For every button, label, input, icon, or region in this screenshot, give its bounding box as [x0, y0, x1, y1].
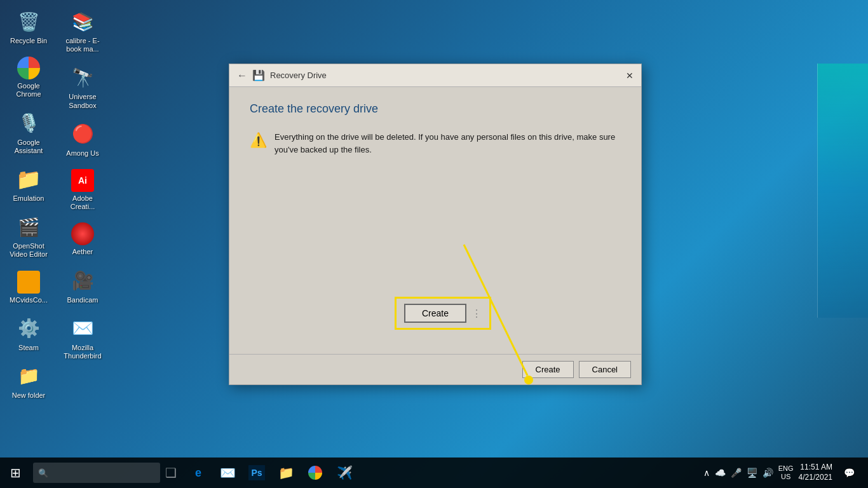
warning-icon: ⚠️: [250, 132, 267, 149]
desktop-icon-bandicam[interactable]: 🎥 Bandicam: [60, 266, 105, 307]
edge-icon: e: [195, 466, 201, 480]
notification-button[interactable]: 💬: [837, 458, 860, 488]
thunderbird-icon: ✉️: [70, 316, 95, 341]
desktop-icon-thunderbird[interactable]: ✉️ Mozilla Thunderbird: [60, 313, 105, 363]
lang-label: ENG: [778, 464, 794, 473]
desktop-icon-among-us[interactable]: 🔴 Among Us: [60, 119, 105, 160]
cancel-button[interactable]: Cancel: [579, 361, 631, 378]
desktop-icon-openshot[interactable]: 🎬 OpenShot Video Editor: [6, 212, 51, 261]
task-view-icon: ❑: [165, 465, 177, 480]
region-label: US: [778, 473, 794, 481]
new-folder-label: New folder: [12, 391, 46, 400]
desktop-right-decoration: [817, 64, 868, 318]
create-center-button[interactable]: Create: [404, 304, 466, 323]
search-icon: 🔍: [38, 468, 48, 478]
recycle-bin-icon: 🗑️: [16, 9, 41, 34]
taskbar-photoshop[interactable]: Ps: [243, 459, 271, 487]
cloud-icon: ☁️: [715, 468, 726, 478]
emulation-icon: 📁: [16, 166, 41, 192]
desktop-icon-recycle-bin[interactable]: 🗑️ Recycle Bin: [6, 6, 51, 48]
desktop-icon-new-folder[interactable]: 📁 New folder: [6, 361, 51, 402]
taskbar-edge[interactable]: e: [184, 459, 212, 487]
mcvids-icon: [17, 271, 40, 294]
mail-icon: ✉️: [220, 465, 236, 480]
desktop-icons-area: 🗑️ Recycle Bin Google Chrome 🎙️ Google A…: [6, 6, 108, 456]
dialog-nav: ← 💾 Recovery Drive: [237, 69, 327, 81]
taskbar-datetime[interactable]: 11:51 AM 4/21/2021: [799, 463, 832, 482]
dialog-body: Create the recovery drive ⚠️ Everything …: [229, 87, 641, 354]
desktop-icon-steam[interactable]: ⚙️ Steam: [6, 313, 51, 355]
adobe-creative-label: Adobe Creati...: [63, 194, 102, 211]
desktop-icon-universe-sandbox[interactable]: 🔭 Universe Sandbox: [60, 62, 105, 112]
taskbar-chrome-icon: [308, 466, 322, 480]
universe-sandbox-icon: 🔭: [70, 65, 95, 90]
yellow-pointer-dot: [524, 376, 533, 384]
task-view-button[interactable]: ❑: [163, 465, 179, 480]
dialog-heading: Create the recovery drive: [250, 102, 621, 116]
taskbar-extra[interactable]: ✈️: [330, 459, 358, 487]
photoshop-icon: Ps: [248, 465, 264, 480]
universe-sandbox-label: Universe Sandbox: [63, 93, 102, 109]
desktop: 🗑️ Recycle Bin Google Chrome 🎙️ Google A…: [0, 0, 868, 488]
desktop-icon-emulation[interactable]: 📁 Emulation: [6, 164, 51, 205]
dialog-title: Recovery Drive: [270, 71, 327, 80]
desktop-icon-calibre[interactable]: 📚 calibre - E-book ma...: [60, 6, 105, 56]
chevron-up-icon[interactable]: ∧: [703, 468, 710, 478]
taskbar-apps: e ✉️ Ps 📁 ✈️: [184, 459, 358, 487]
google-assistant-label: Google Assistant: [9, 139, 48, 155]
thunderbird-label: Mozilla Thunderbird: [63, 344, 102, 360]
scrollbar-indicator: ⋮: [471, 308, 482, 320]
taskbar-chrome[interactable]: [301, 459, 329, 487]
dialog-back-button[interactable]: ←: [237, 70, 247, 81]
explorer-icon: 📁: [278, 465, 294, 480]
volume-icon[interactable]: 🔊: [763, 468, 773, 478]
google-assistant-icon: 🎙️: [16, 111, 41, 136]
start-button[interactable]: ⊞: [0, 458, 31, 488]
taskbar-language: ENG US: [778, 464, 794, 481]
desktop-icon-google-assistant[interactable]: 🎙️ Google Assistant: [6, 108, 51, 158]
create-highlight-box: Create ⋮: [395, 297, 491, 330]
aether-label: Aether: [72, 248, 93, 256]
warning-box: ⚠️ Everything on the drive will be delet…: [250, 131, 621, 156]
dialog-drive-icon: 💾: [252, 69, 265, 81]
calibre-icon: 📚: [70, 9, 95, 34]
taskbar: ⊞ 🔍 ❑ e ✉️ Ps 📁 ✈️: [0, 458, 868, 488]
start-icon: ⊞: [10, 465, 21, 480]
notification-icon: 💬: [844, 468, 855, 478]
dialog-close-button[interactable]: ✕: [623, 69, 636, 82]
dialog-titlebar: ← 💾 Recovery Drive ✕: [229, 64, 641, 87]
adobe-creative-icon: Ai: [71, 169, 94, 192]
among-us-icon: 🔴: [70, 121, 95, 147]
recycle-bin-label: Recycle Bin: [10, 37, 47, 45]
taskbar-mail[interactable]: ✉️: [214, 459, 241, 487]
openshot-icon: 🎬: [16, 214, 41, 240]
new-folder-icon: 📁: [16, 363, 41, 389]
openshot-label: OpenShot Video Editor: [9, 242, 48, 259]
chrome-label: Google Chrome: [9, 82, 48, 98]
desktop-icon-mcvids[interactable]: MCvidsCo...: [6, 268, 51, 307]
recovery-drive-dialog: ← 💾 Recovery Drive ✕ Create the recovery…: [229, 64, 642, 385]
chrome-icon: [17, 57, 40, 79]
emulation-label: Emulation: [13, 194, 44, 203]
bandicam-icon: 🎥: [70, 268, 95, 294]
steam-label: Steam: [18, 344, 39, 352]
network-icon: 🖥️: [747, 468, 757, 478]
mic-icon: 🎤: [731, 468, 742, 478]
desktop-icon-chrome[interactable]: Google Chrome: [6, 54, 51, 101]
date-display: 4/21/2021: [799, 473, 832, 483]
taskbar-system-icons: ∧ ☁️ 🎤 🖥️ 🔊: [703, 468, 773, 478]
dialog-footer: Create Cancel: [229, 354, 641, 384]
taskbar-search[interactable]: 🔍: [33, 463, 160, 483]
taskbar-explorer[interactable]: 📁: [272, 459, 300, 487]
warning-text: Everything on the drive will be deleted.…: [275, 131, 621, 156]
bandicam-label: Bandicam: [67, 296, 98, 304]
desktop-icon-aether[interactable]: Aether: [60, 220, 105, 259]
steam-icon: ⚙️: [16, 316, 41, 341]
time-display: 11:51 AM: [799, 463, 832, 473]
desktop-icon-adobe-creative[interactable]: Ai Adobe Creati...: [60, 166, 105, 214]
mcvids-label: MCvidsCo...: [10, 296, 48, 304]
calibre-label: calibre - E-book ma...: [63, 37, 102, 53]
aether-icon: [71, 222, 94, 245]
among-us-label: Among Us: [66, 149, 98, 158]
taskbar-right: ∧ ☁️ 🎤 🖥️ 🔊 ENG US 11:51 AM 4/21/2021 💬: [703, 458, 868, 488]
